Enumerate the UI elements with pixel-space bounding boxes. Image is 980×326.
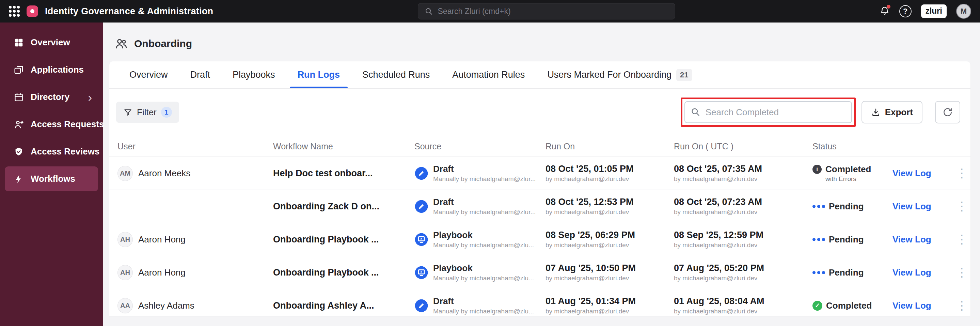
status-cell: iCompleted with Errors [813, 164, 892, 183]
sidebar-item-directory[interactable]: Directory › [5, 85, 98, 109]
info-icon: i [813, 165, 822, 174]
playbook-icon [414, 233, 428, 246]
sidebar-item-applications[interactable]: Applications [5, 57, 98, 82]
run-on-date: 01 Aug '25, 01:34 PM [546, 296, 674, 307]
tab-playbooks[interactable]: Playbooks [221, 61, 286, 88]
directory-icon [14, 92, 24, 102]
status-text: Completed [826, 300, 872, 311]
tab-draft[interactable]: Draft [179, 61, 222, 88]
tab-run-logs[interactable]: Run Logs [286, 61, 351, 88]
status-cell: Pending [813, 267, 892, 278]
workflow-name: Onboarding Zack D on... [273, 201, 414, 212]
row-menu-button[interactable]: ⋮ [953, 167, 970, 179]
view-log-link[interactable]: View Log [892, 234, 953, 245]
source-type: Playbook [433, 230, 534, 240]
table-search-input[interactable] [684, 101, 852, 123]
search-icon [425, 7, 433, 17]
column-header-user: User [118, 142, 273, 152]
run-on-cell: 07 Aug '25, 10:50 PM by michaelgraham@zl… [546, 263, 674, 282]
column-header-status: Status [813, 142, 892, 152]
draft-icon [414, 166, 428, 181]
sidebar-item-overview[interactable]: Overview [5, 30, 98, 55]
source-cell: Playbook Manually by michaelgraham@zlu..… [414, 230, 546, 249]
source-sub: Manually by michaelgraham@zlu... [433, 308, 534, 315]
tab-label: Playbooks [232, 70, 275, 80]
applications-icon [14, 65, 24, 75]
source-sub: Manually by michaelgraham@zlu... [433, 275, 534, 282]
row-menu-button[interactable]: ⋮ [953, 233, 970, 246]
source-type: Draft [433, 197, 536, 207]
notification-dot [887, 5, 891, 8]
status-sub: with Errors [826, 175, 892, 183]
view-log-link[interactable]: View Log [892, 168, 953, 179]
pending-dots-icon [813, 271, 825, 274]
user-name: Ashley Adams [138, 300, 194, 311]
table-row: AM Aaron Meeks Help Doc test onboar... D… [109, 157, 970, 190]
table-row: AH Aaron Hong Onboarding Playbook ... Pl… [109, 223, 970, 256]
app-launcher-icon[interactable] [9, 6, 20, 17]
view-log-link[interactable]: View Log [892, 300, 953, 311]
workflow-name: Onboarding Playbook ... [273, 234, 414, 245]
search-icon [690, 107, 700, 118]
tab-automation-rules[interactable]: Automation Rules [441, 61, 536, 88]
main-content: Onboarding Overview Draft Playbooks Run … [103, 22, 980, 326]
avatar: AM [118, 166, 133, 181]
status-cell: Pending [813, 201, 892, 212]
row-menu-button[interactable]: ⋮ [953, 200, 970, 213]
run-on-utc-date: 08 Oct '25, 07:35 AM [674, 164, 813, 174]
access-reviews-shield-icon [14, 147, 24, 157]
export-button[interactable]: Export [862, 101, 923, 123]
sidebar: Overview Applications Directory › Access… [0, 22, 103, 326]
avatar: AA [118, 298, 133, 313]
status-text: Pending [829, 201, 864, 212]
pending-dots-icon [813, 205, 825, 208]
avatar: AH [118, 265, 133, 280]
tab-overview[interactable]: Overview [118, 61, 179, 88]
run-on-date: 08 Oct '25, 01:05 PM [546, 164, 674, 174]
user-avatar[interactable]: M [956, 4, 971, 19]
user-cell: AA Ashley Adams [118, 298, 273, 313]
row-menu-button[interactable]: ⋮ [953, 266, 970, 279]
question-icon: ? [903, 7, 907, 16]
status-cell: ✓Completed [813, 300, 892, 311]
topbar-center [213, 3, 879, 19]
user-name: Aaron Hong [138, 234, 186, 245]
tab-label: Users Marked For Onboarding [547, 70, 671, 80]
sidebar-item-access-requests[interactable]: Access Requests [5, 112, 98, 137]
user-cell: AH Aaron Hong [118, 232, 273, 247]
view-log-link[interactable]: View Log [892, 267, 953, 278]
sidebar-item-workflows[interactable]: Workflows [5, 166, 98, 191]
run-on-utc-by: by michaelgraham@zluri.dev [674, 308, 813, 315]
tab-label: Scheduled Runs [362, 70, 430, 80]
tab-users-marked-for-onboarding[interactable]: Users Marked For Onboarding 21 [536, 61, 703, 88]
export-label: Export [885, 107, 913, 118]
sidebar-item-access-reviews[interactable]: Access Reviews [5, 139, 98, 164]
run-on-utc-cell: 08 Oct '25, 07:35 AM by michaelgraham@zl… [674, 164, 813, 183]
filter-button[interactable]: Filter 1 [116, 102, 179, 123]
refresh-icon [943, 107, 953, 117]
run-on-utc-cell: 08 Sep '25, 12:59 PM by michaelgraham@zl… [674, 230, 813, 249]
source-type: Playbook [433, 263, 534, 273]
sidebar-item-label: Workflows [31, 174, 75, 184]
view-log-link[interactable]: View Log [892, 201, 953, 212]
run-on-by: by michaelgraham@zluri.dev [546, 308, 674, 315]
workflows-lightning-icon [14, 174, 24, 184]
run-on-utc-date: 07 Aug '25, 05:20 PM [674, 263, 813, 273]
run-on-utc-date: 08 Oct '25, 07:23 AM [674, 197, 813, 207]
run-on-utc-by: by michaelgraham@zluri.dev [674, 208, 813, 216]
status-text: Pending [829, 234, 864, 245]
notifications-button[interactable] [880, 5, 890, 17]
tab-scheduled-runs[interactable]: Scheduled Runs [351, 61, 441, 88]
user-cell: AM Aaron Meeks [118, 166, 273, 181]
column-header-run-on-utc: Run On ( UTC ) [674, 142, 813, 152]
run-on-by: by michaelgraham@zluri.dev [546, 275, 674, 282]
global-search-input[interactable] [418, 3, 675, 19]
run-on-cell: 08 Oct '25, 12:53 PM by michaelgraham@zl… [546, 197, 674, 216]
refresh-button[interactable] [935, 101, 960, 123]
row-menu-button[interactable]: ⋮ [953, 299, 970, 312]
workspace-chip[interactable]: zluri [921, 5, 947, 18]
run-on-utc-cell: 08 Oct '25, 07:23 AM by michaelgraham@zl… [674, 197, 813, 216]
tab-label: Run Logs [298, 70, 340, 80]
table-row: AH Aaron Hong Onboarding Playbook ... Pl… [109, 256, 970, 289]
help-button[interactable]: ? [899, 5, 912, 18]
